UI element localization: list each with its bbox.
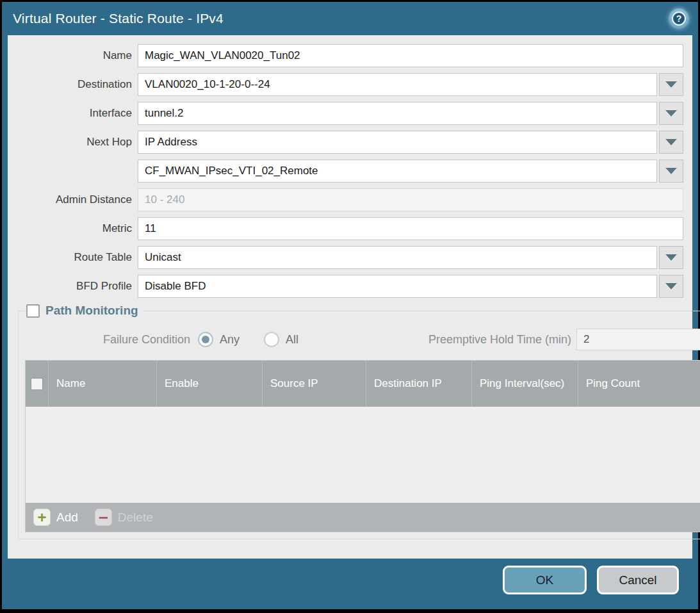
radio-all-circle	[264, 332, 279, 347]
route-table-label: Route Table	[17, 251, 138, 264]
radio-any-circle	[198, 332, 213, 347]
delete-button-label: Delete	[118, 511, 153, 525]
next-hop-label: Next Hop	[17, 136, 138, 149]
form-row-bfd-profile: BFD Profile	[17, 275, 683, 298]
dialog-footer: OK Cancel	[503, 566, 679, 594]
bfd-profile-label: BFD Profile	[17, 280, 138, 293]
titlebar: Virtual Router - Static Route - IPv4 ?	[2, 2, 698, 35]
path-monitoring-legend: Path Monitoring	[25, 304, 143, 318]
admin-distance-label: Admin Distance	[17, 193, 138, 206]
chevron-down-icon	[665, 168, 677, 174]
static-route-dialog: Virtual Router - Static Route - IPv4 ? N…	[2, 2, 698, 609]
plus-icon: +	[33, 509, 51, 526]
name-input[interactable]	[138, 44, 683, 67]
next-hop-address-dropdown-button[interactable]	[659, 159, 683, 183]
form-row-destination: Destination	[17, 73, 683, 96]
interface-dropdown-button[interactable]	[659, 102, 683, 125]
interface-label: Interface	[17, 107, 138, 120]
form-row-interface: Interface	[17, 102, 683, 125]
table-header: Name Enable Source IP Destination IP Pin…	[26, 361, 700, 407]
cancel-button[interactable]: Cancel	[597, 566, 679, 594]
table-header-checkbox-cell	[26, 361, 48, 407]
chevron-down-icon	[665, 139, 677, 145]
form-row-next-hop-address	[17, 159, 683, 183]
chevron-down-icon	[665, 254, 677, 261]
bfd-profile-dropdown-button[interactable]	[659, 275, 683, 298]
content-panel: Name Destination Interface	[8, 35, 692, 559]
column-header-ping-interval: Ping Interval(sec)	[471, 361, 578, 407]
dialog-title: Virtual Router - Static Route - IPv4	[13, 11, 224, 26]
next-hop-type-input[interactable]	[138, 131, 657, 154]
help-icon[interactable]: ?	[669, 8, 689, 29]
path-monitoring-table: Name Enable Source IP Destination IP Pin…	[25, 360, 700, 532]
form-row-route-table: Route Table	[17, 246, 683, 269]
radio-any[interactable]: Any	[198, 332, 240, 347]
metric-input[interactable]	[138, 217, 683, 240]
column-header-ping-count: Ping Count	[578, 361, 700, 407]
radio-any-label: Any	[220, 333, 240, 347]
help-icon-glyph: ?	[672, 12, 686, 26]
destination-input[interactable]	[138, 73, 657, 96]
table-body-empty	[26, 407, 700, 503]
chevron-down-icon	[665, 81, 677, 88]
column-header-source-ip: Source IP	[262, 361, 366, 407]
destination-dropdown-button[interactable]	[659, 73, 683, 96]
form-row-admin-distance: Admin Distance	[17, 188, 683, 211]
delete-button[interactable]: − Delete	[95, 509, 153, 526]
path-monitoring-title: Path Monitoring	[45, 304, 138, 318]
radio-all-label: All	[286, 333, 298, 347]
name-label: Name	[17, 49, 138, 62]
interface-input[interactable]	[138, 102, 657, 125]
path-monitoring-checkbox[interactable]	[26, 304, 40, 318]
path-monitoring-controls: Failure Condition Any All Preemptive Hol…	[25, 327, 700, 352]
next-hop-address-input[interactable]	[138, 159, 657, 183]
bfd-profile-input[interactable]	[138, 275, 657, 298]
failure-condition-radio-group: Any All	[198, 332, 323, 347]
table-toolbar: + Add − Delete	[26, 503, 700, 532]
preemptive-hold-time-label: Preemptive Hold Time (min)	[428, 333, 571, 347]
next-hop-type-dropdown-button[interactable]	[659, 131, 683, 154]
preemptive-hold-time-input[interactable]	[576, 329, 700, 350]
route-table-input[interactable]	[138, 246, 657, 269]
metric-label: Metric	[17, 222, 138, 235]
ok-button[interactable]: OK	[503, 566, 587, 594]
route-table-dropdown-button[interactable]	[659, 246, 683, 269]
destination-label: Destination	[17, 78, 138, 91]
add-button[interactable]: + Add	[33, 509, 78, 526]
column-header-name: Name	[48, 361, 156, 407]
path-monitoring-fieldset: Path Monitoring Failure Condition Any Al…	[18, 304, 700, 539]
minus-icon: −	[95, 509, 112, 526]
form-row-name: Name	[17, 44, 683, 67]
add-button-label: Add	[56, 511, 78, 525]
failure-condition-label: Failure Condition	[25, 333, 198, 347]
column-header-destination-ip: Destination IP	[366, 361, 471, 407]
form-row-metric: Metric	[17, 217, 683, 240]
radio-all[interactable]: All	[264, 332, 298, 347]
column-header-enable: Enable	[156, 361, 262, 407]
form-row-next-hop: Next Hop	[17, 131, 683, 154]
chevron-down-icon	[665, 283, 677, 290]
select-all-checkbox[interactable]	[31, 378, 43, 390]
chevron-down-icon	[665, 110, 677, 117]
admin-distance-input[interactable]	[138, 188, 683, 211]
